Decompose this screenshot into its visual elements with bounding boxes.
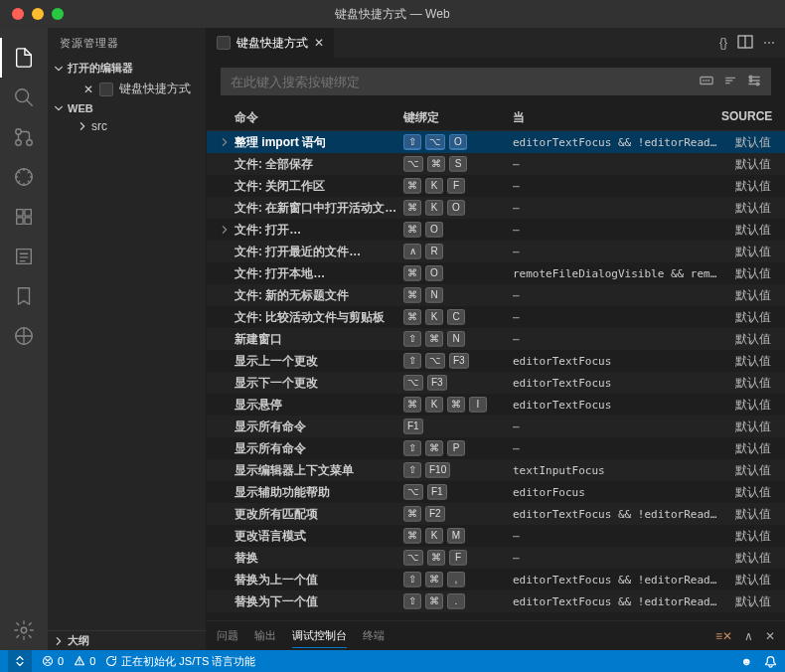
split-editor-icon[interactable] bbox=[737, 34, 753, 53]
keybinding-keys: ⇧F10 bbox=[403, 462, 513, 478]
status-warnings[interactable]: 0 bbox=[74, 655, 95, 667]
keybinding-search[interactable] bbox=[221, 68, 771, 95]
keybinding-keys: ⇧⌘, bbox=[403, 572, 513, 588]
keybinding-keys: ⇧⌥O bbox=[403, 134, 513, 150]
panel-chevron-icon[interactable]: ∧ bbox=[744, 629, 753, 643]
more-actions-icon[interactable]: ⋯ bbox=[763, 36, 775, 50]
when-clause: — bbox=[513, 420, 721, 433]
keybinding-row[interactable]: 更改所有匹配项⌘F2editorTextFocus && !editorRead… bbox=[207, 503, 785, 525]
record-keys-icon[interactable] bbox=[700, 74, 713, 90]
status-bell[interactable] bbox=[764, 655, 777, 668]
source-label: 默认值 bbox=[721, 550, 771, 567]
remote-indicator[interactable] bbox=[8, 650, 32, 672]
command-label: 替换为上一个值 bbox=[235, 572, 403, 588]
json-icon[interactable]: {} bbox=[719, 36, 727, 50]
open-editors-section[interactable]: 打开的编辑器 bbox=[48, 59, 206, 78]
when-clause: remoteFileDialogVisible && remot… bbox=[513, 267, 721, 280]
keybinding-row[interactable]: 替换为下一个值⇧⌘.editorTextFocus && !editorRead… bbox=[207, 590, 785, 612]
svg-point-11 bbox=[21, 627, 27, 633]
folder-src[interactable]: src bbox=[48, 116, 206, 136]
maximize-window[interactable] bbox=[52, 8, 64, 20]
keybinding-row[interactable]: 显示所有命令F1—默认值 bbox=[207, 416, 785, 437]
keybinding-row[interactable]: 文件: 打开…⌘O—默认值 bbox=[207, 219, 785, 241]
keybinding-keys: ⇧⌘P bbox=[403, 440, 513, 456]
open-editor-item[interactable]: ✕ 键盘快捷方式 bbox=[48, 78, 206, 100]
scm-tab[interactable] bbox=[0, 117, 48, 157]
close-editor-icon[interactable]: ✕ bbox=[81, 83, 95, 96]
keybinding-row[interactable]: 新建窗口⇧⌘N—默认值 bbox=[207, 328, 785, 350]
keybinding-row[interactable]: 显示下一个更改⌥F3editorTextFocus默认值 bbox=[207, 372, 785, 394]
tab-keyboard-shortcuts[interactable]: 键盘快捷方式 ✕ bbox=[207, 28, 335, 58]
header-when[interactable]: 当 bbox=[513, 109, 721, 126]
keybinding-row[interactable]: 显示上一个更改⇧⌥F3editorTextFocus默认值 bbox=[207, 350, 785, 372]
editor-tabs: 键盘快捷方式 ✕ {} ⋯ bbox=[207, 28, 785, 58]
source-label: 默认值 bbox=[721, 156, 771, 173]
status-feedback[interactable]: ☻ bbox=[740, 655, 752, 668]
keybinding-row[interactable]: 文件: 关闭工作区⌘KF—默认值 bbox=[207, 175, 785, 197]
when-clause: editorTextFocus bbox=[513, 355, 721, 368]
keybinding-row[interactable]: 文件: 打开本地…⌘OremoteFileDialogVisible && re… bbox=[207, 262, 785, 284]
panel-close-icon[interactable]: ✕ bbox=[765, 629, 775, 643]
command-label: 显示所有命令 bbox=[235, 440, 403, 457]
tab-close-icon[interactable]: ✕ bbox=[314, 36, 324, 50]
docs-tab[interactable] bbox=[0, 237, 48, 276]
svg-rect-5 bbox=[17, 210, 23, 216]
command-label: 显示所有命令 bbox=[235, 419, 403, 435]
settings-icon[interactable] bbox=[747, 74, 761, 90]
source-label: 默认值 bbox=[721, 222, 771, 239]
source-label: 默认值 bbox=[721, 506, 771, 523]
keybinding-row[interactable]: 文件: 在新窗口中打开活动文…⌘KO—默认值 bbox=[207, 197, 785, 219]
keybinding-row[interactable]: 文件: 全部保存⌥⌘S—默认值 bbox=[207, 153, 785, 175]
workspace-section[interactable]: WEB bbox=[48, 100, 206, 116]
command-label: 替换为下一个值 bbox=[235, 593, 403, 610]
keybinding-row[interactable]: 显示辅助功能帮助⌥F1editorFocus默认值 bbox=[207, 481, 785, 503]
keybinding-row[interactable]: 文件: 打开最近的文件…∧R—默认值 bbox=[207, 241, 785, 262]
keybinding-row[interactable]: 显示所有命令⇧⌘P—默认值 bbox=[207, 437, 785, 459]
bookmarks-tab[interactable] bbox=[0, 276, 48, 316]
close-window[interactable] bbox=[12, 8, 24, 20]
settings-gear[interactable] bbox=[0, 610, 48, 650]
outline-section[interactable]: 大纲 bbox=[48, 631, 206, 650]
keybinding-keys: ⇧⌘N bbox=[403, 331, 513, 347]
search-tab[interactable] bbox=[0, 78, 48, 117]
header-command[interactable]: 命令 bbox=[235, 109, 403, 126]
status-message[interactable]: 正在初始化 JS/TS 语言功能 bbox=[105, 654, 255, 669]
header-source[interactable]: SOURCE bbox=[721, 109, 771, 126]
clear-icon[interactable]: ≡✕ bbox=[715, 629, 732, 643]
keybinding-table[interactable]: 整理 import 语句⇧⌥OeditorTextFocus && !edito… bbox=[207, 131, 785, 620]
command-label: 文件: 打开… bbox=[235, 222, 403, 239]
panel-tab-1[interactable]: 输出 bbox=[254, 624, 276, 648]
command-label: 替换 bbox=[235, 550, 403, 567]
status-errors[interactable]: 0 bbox=[42, 655, 64, 667]
keybinding-row[interactable]: 更改语言模式⌘KM—默认值 bbox=[207, 525, 785, 547]
status-bar: 0 0 正在初始化 JS/TS 语言功能 ☻ bbox=[0, 650, 785, 672]
keybinding-row[interactable]: 显示编辑器上下文菜单⇧F10textInputFocus默认值 bbox=[207, 459, 785, 481]
keybinding-row[interactable]: 文件: 新的无标题文件⌘N—默认值 bbox=[207, 284, 785, 306]
when-clause: textInputFocus bbox=[513, 464, 721, 477]
explorer-tab[interactable] bbox=[0, 38, 48, 78]
header-keybinding[interactable]: 键绑定 bbox=[403, 109, 513, 126]
extensions-tab[interactable] bbox=[0, 197, 48, 237]
sort-icon[interactable] bbox=[723, 74, 737, 90]
editor-area: 键盘快捷方式 ✕ {} ⋯ 命令 键绑定 当 SOURCE 整理 import … bbox=[207, 28, 785, 650]
panel-tab-0[interactable]: 问题 bbox=[217, 624, 238, 648]
keybinding-row[interactable]: 替换为上一个值⇧⌘,editorTextFocus && !editorRead… bbox=[207, 569, 785, 590]
debug-tab[interactable] bbox=[0, 157, 48, 197]
command-label: 文件: 打开本地… bbox=[235, 265, 403, 282]
command-label: 显示上一个更改 bbox=[235, 353, 403, 370]
panel-tab-2[interactable]: 调试控制台 bbox=[292, 624, 347, 648]
keybinding-keys: ⌥F1 bbox=[403, 484, 513, 500]
svg-point-1 bbox=[16, 129, 22, 135]
keybinding-row[interactable]: 文件: 比较活动文件与剪贴板⌘KC—默认值 bbox=[207, 306, 785, 328]
panel-tab-3[interactable]: 终端 bbox=[363, 624, 385, 648]
command-label: 文件: 打开最近的文件… bbox=[235, 244, 403, 260]
keybinding-keys: ⌘O bbox=[403, 222, 513, 238]
keybinding-keys: ⌘KF bbox=[403, 178, 513, 194]
remote-tab[interactable] bbox=[0, 316, 48, 356]
keybinding-row[interactable]: 替换⌥⌘F—默认值 bbox=[207, 547, 785, 569]
keybinding-row[interactable]: 整理 import 语句⇧⌥OeditorTextFocus && !edito… bbox=[207, 131, 785, 153]
keybinding-row[interactable]: 显示悬停⌘K⌘IeditorTextFocus默认值 bbox=[207, 394, 785, 416]
minimize-window[interactable] bbox=[32, 8, 44, 20]
search-input[interactable] bbox=[231, 75, 700, 89]
window-controls bbox=[0, 8, 64, 20]
